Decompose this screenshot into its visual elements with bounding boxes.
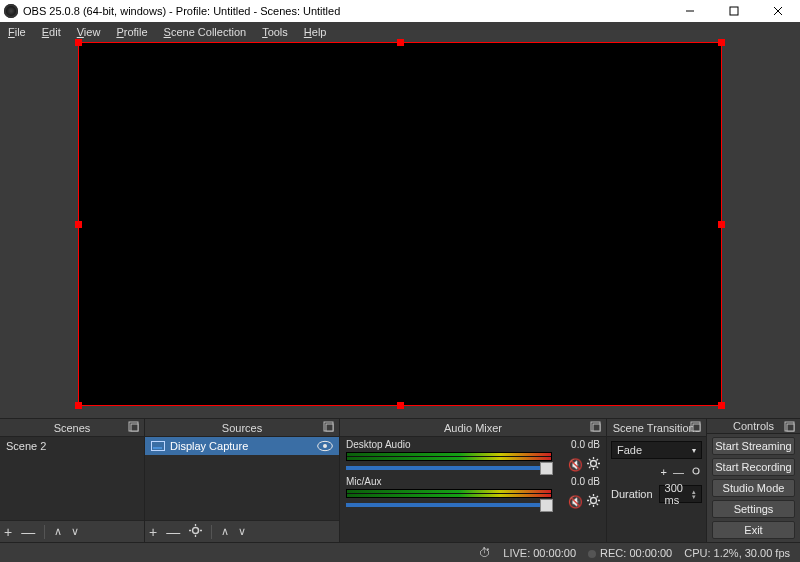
svg-rect-7	[326, 424, 333, 431]
transitions-title: Scene Transitions	[613, 422, 700, 434]
transition-add-button[interactable]: +	[661, 466, 667, 478]
spinner-arrows[interactable]: ▴▾	[692, 489, 696, 499]
source-list-item[interactable]: Display Capture	[145, 437, 339, 455]
start-streaming-button[interactable]: Start Streaming	[712, 437, 795, 455]
transitions-header[interactable]: Scene Transitions	[607, 418, 706, 437]
docks: Scenes Scene 2 + — ∧ ∨ Sources	[0, 418, 800, 542]
svg-line-33	[597, 496, 599, 498]
settings-button[interactable]: Settings	[712, 500, 795, 518]
gear-icon[interactable]	[587, 494, 600, 509]
menu-help[interactable]: Help	[296, 26, 335, 38]
audio-mixer-dock: Audio Mixer Desktop Audio 0.0 dB 🔇	[339, 418, 606, 542]
studio-mode-button[interactable]: Studio Mode	[712, 479, 795, 497]
popout-icon[interactable]	[323, 421, 336, 434]
controls-dock: Controls Start Streaming Start Recording…	[706, 418, 800, 542]
preview-canvas[interactable]	[78, 42, 722, 406]
svg-line-25	[589, 467, 591, 469]
svg-line-24	[597, 459, 599, 461]
svg-rect-1	[730, 7, 738, 15]
resize-handle-br[interactable]	[718, 402, 725, 409]
window-titlebar: OBS 25.0.8 (64-bit, windows) - Profile: …	[0, 0, 800, 22]
transitions-dock: Scene Transitions Fade ▾ + —	[606, 418, 706, 542]
mixer-track: Mic/Aux 0.0 dB 🔇	[340, 474, 606, 511]
stream-delay-icon[interactable]: ⏱	[479, 546, 491, 560]
sources-header[interactable]: Sources	[145, 418, 339, 437]
mixer-header[interactable]: Audio Mixer	[340, 418, 606, 437]
sources-title: Sources	[222, 422, 262, 434]
svg-line-32	[597, 504, 599, 506]
svg-point-10	[193, 527, 199, 533]
svg-rect-39	[787, 424, 794, 431]
source-properties-button[interactable]	[189, 524, 202, 540]
display-capture-icon	[151, 441, 165, 451]
scene-up-button[interactable]: ∧	[54, 525, 62, 538]
mixer-title: Audio Mixer	[444, 422, 502, 434]
transition-current: Fade	[617, 444, 642, 456]
source-up-button[interactable]: ∧	[221, 525, 229, 538]
mixer-track-level: 0.0 dB	[571, 439, 600, 450]
svg-line-31	[589, 496, 591, 498]
controls-title: Controls	[733, 420, 774, 432]
transition-remove-button[interactable]: —	[673, 466, 684, 478]
menu-scene-collection[interactable]: Scene Collection	[156, 26, 255, 38]
mixer-volume-slider[interactable]	[346, 503, 552, 507]
scene-add-button[interactable]: +	[4, 524, 12, 540]
svg-rect-16	[593, 424, 600, 431]
popout-icon[interactable]	[590, 421, 603, 434]
popout-icon[interactable]	[128, 421, 141, 434]
gear-icon[interactable]	[587, 457, 600, 472]
window-title: OBS 25.0.8 (64-bit, windows) - Profile: …	[23, 5, 668, 17]
transition-duration-value: 300 ms	[665, 482, 692, 506]
menu-tools[interactable]: Tools	[254, 26, 296, 38]
source-add-button[interactable]: +	[149, 524, 157, 540]
scene-down-button[interactable]: ∨	[71, 525, 79, 538]
transition-duration-spinner[interactable]: 300 ms ▴▾	[659, 485, 702, 503]
svg-point-9	[323, 444, 327, 448]
status-live: LIVE: 00:00:00	[503, 547, 576, 559]
mute-icon[interactable]: 🔇	[568, 495, 583, 509]
start-recording-button[interactable]: Start Recording	[712, 458, 795, 476]
scene-name: Scene 2	[6, 440, 46, 452]
menu-file[interactable]: File	[0, 26, 34, 38]
resize-handle-tl[interactable]	[75, 39, 82, 46]
resize-handle-ml[interactable]	[75, 221, 82, 228]
resize-handle-tc[interactable]	[397, 39, 404, 46]
transition-select[interactable]: Fade ▾	[611, 441, 702, 459]
svg-line-34	[589, 504, 591, 506]
menu-view[interactable]: View	[69, 26, 109, 38]
mixer-track-name: Desktop Audio	[346, 439, 411, 450]
svg-line-22	[589, 459, 591, 461]
mixer-track: Desktop Audio 0.0 dB 🔇	[340, 437, 606, 474]
visibility-toggle-icon[interactable]	[317, 440, 333, 452]
status-cpu: CPU: 1.2%, 30.00 fps	[684, 547, 790, 559]
exit-button[interactable]: Exit	[712, 521, 795, 539]
status-bar: ⏱ LIVE: 00:00:00 REC: 00:00:00 CPU: 1.2%…	[0, 542, 800, 562]
mixer-track-level: 0.0 dB	[571, 476, 600, 487]
window-maximize-button[interactable]	[712, 0, 756, 22]
scenes-dock: Scenes Scene 2 + — ∧ ∨	[0, 418, 144, 542]
source-remove-button[interactable]: —	[166, 524, 180, 540]
menu-profile[interactable]: Profile	[108, 26, 155, 38]
gear-icon[interactable]	[690, 465, 702, 479]
window-minimize-button[interactable]	[668, 0, 712, 22]
svg-line-23	[597, 467, 599, 469]
resize-handle-mr[interactable]	[718, 221, 725, 228]
menu-edit[interactable]: Edit	[34, 26, 69, 38]
scene-remove-button[interactable]: —	[21, 524, 35, 540]
resize-handle-bc[interactable]	[397, 402, 404, 409]
scenes-header[interactable]: Scenes	[0, 418, 144, 437]
popout-icon[interactable]	[690, 421, 703, 434]
source-down-button[interactable]: ∨	[238, 525, 246, 538]
popout-icon[interactable]	[784, 421, 797, 434]
mute-icon[interactable]: 🔇	[568, 458, 583, 472]
scene-list-item[interactable]: Scene 2	[0, 437, 144, 455]
resize-handle-tr[interactable]	[718, 39, 725, 46]
mixer-meter	[346, 489, 552, 498]
sources-dock: Sources Display Capture + —	[144, 418, 339, 542]
mixer-volume-slider[interactable]	[346, 466, 552, 470]
controls-header[interactable]: Controls	[707, 418, 800, 434]
preview-area[interactable]	[0, 41, 800, 418]
resize-handle-bl[interactable]	[75, 402, 82, 409]
window-close-button[interactable]	[756, 0, 800, 22]
obs-app-icon	[4, 4, 18, 18]
